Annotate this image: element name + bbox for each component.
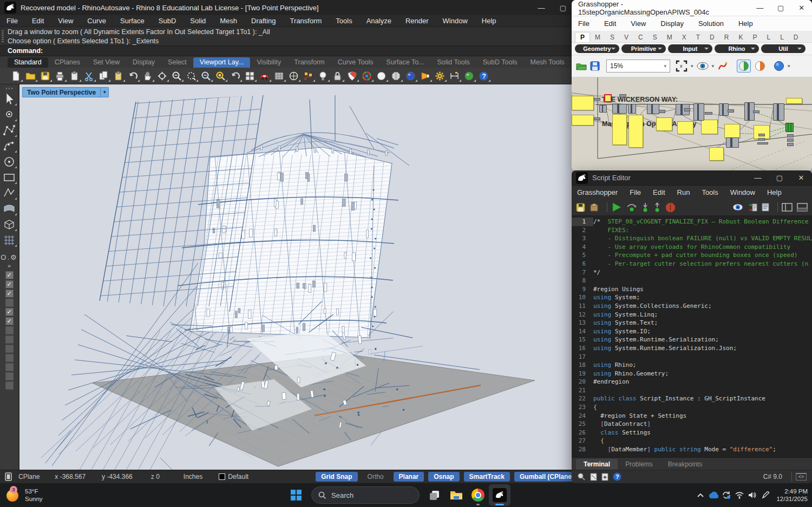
gh-menu-edit[interactable]: Edit <box>604 19 616 28</box>
status-toggle-osnap[interactable]: Osnap <box>428 472 459 482</box>
script-editor-close-button[interactable]: ✕ <box>790 172 812 185</box>
layer-checkbox-7[interactable]: ✓ <box>5 335 14 344</box>
undo-view-icon[interactable] <box>228 69 243 82</box>
se-menu-run[interactable]: Run <box>677 188 690 196</box>
chrome-icon[interactable] <box>467 484 489 506</box>
layer-filter-gear-icon[interactable]: O.⚙ <box>0 253 18 261</box>
gh-menu-file[interactable]: File <box>578 19 590 28</box>
select-arrow-icon[interactable] <box>1 91 17 107</box>
se-step-over-icon[interactable] <box>626 202 637 212</box>
se-step-in-icon[interactable] <box>641 202 649 212</box>
new-file-icon[interactable] <box>9 69 23 82</box>
gh-panel-3[interactable] <box>628 115 643 148</box>
file-explorer-icon[interactable] <box>446 484 467 506</box>
gh-zoom-extents-icon[interactable]: x <box>676 60 687 72</box>
script-editor-minimize-button[interactable]: — <box>747 172 769 185</box>
task-view-button[interactable] <box>424 484 446 506</box>
gh-panel-1[interactable] <box>572 115 594 126</box>
color-wheel-icon[interactable] <box>359 69 374 82</box>
gh-tab-13-l[interactable]: L <box>762 32 775 42</box>
layer-checkbox-6[interactable]: ✓ <box>5 326 14 334</box>
gh-component-2[interactable] <box>628 104 636 114</box>
viewport-layout-icon[interactable] <box>243 69 257 82</box>
gh-preview-dropdown-icon[interactable]: ▾ <box>788 63 790 69</box>
gh-wire-preview-icon[interactable] <box>754 61 766 71</box>
gh-tab-10-r[interactable]: R <box>719 32 734 42</box>
gh-panel-4[interactable] <box>656 117 672 131</box>
gh-panel-10[interactable] <box>786 98 802 104</box>
gh-component-9[interactable] <box>726 137 739 148</box>
se-menu-edit[interactable]: Edit <box>653 188 665 196</box>
taskbar-clock[interactable]: 2:49 PM 12/31/2025 <box>776 488 808 503</box>
se-menu-grasshopper[interactable]: Grasshopper <box>577 188 618 196</box>
toolbar-tab-curve-tools[interactable]: Curve Tools <box>331 57 380 68</box>
gh-menu-display[interactable]: Display <box>660 19 684 28</box>
gh-category-geometry[interactable]: Geometry <box>575 44 619 53</box>
se-sync-script-icon[interactable] <box>748 203 757 212</box>
shaded-sphere-icon[interactable] <box>374 69 389 82</box>
toolbar-tab-set-view[interactable]: Set View <box>87 57 126 68</box>
gh-tab-5-s[interactable]: S <box>648 32 662 42</box>
open-file-icon[interactable] <box>23 69 38 82</box>
status-panel-icon[interactable] <box>4 472 13 481</box>
gh-category-rhino[interactable]: Rhino <box>715 44 759 53</box>
grasshopper-minimize-button[interactable]: — <box>749 0 770 16</box>
options-gear-icon[interactable] <box>433 69 447 82</box>
print-icon[interactable] <box>53 69 67 82</box>
gh-category-primitive[interactable]: Primitive <box>621 44 666 53</box>
arc-curve-icon[interactable] <box>1 139 17 154</box>
gh-shaded-preview-icon[interactable] <box>737 60 751 73</box>
gh-tab-15-d[interactable]: D <box>789 32 803 42</box>
gh-tab-11-k[interactable]: K <box>734 32 748 42</box>
se-doc-icon[interactable] <box>762 203 769 212</box>
rhino-menu-drafting[interactable]: Drafting <box>251 17 276 25</box>
control-point-curve-icon[interactable] <box>1 123 17 138</box>
status-cplane[interactable]: CPlane <box>18 473 40 480</box>
gh-menu-help[interactable]: Help <box>738 19 753 28</box>
gh-component-1[interactable] <box>612 104 627 114</box>
rhino-menu-render[interactable]: Render <box>405 17 429 25</box>
toolbar-tab-solid-tools[interactable]: Solid Tools <box>431 57 476 68</box>
command-history-scrollbar[interactable] <box>2 29 4 43</box>
gh-category-input[interactable]: Input <box>668 44 712 53</box>
gh-menu-view[interactable]: View <box>631 19 646 28</box>
gh-widget-4[interactable] <box>684 108 690 111</box>
gh-widget-10[interactable] <box>757 142 768 144</box>
zoom-selected-icon[interactable] <box>213 69 228 82</box>
gh-widget-11[interactable] <box>787 134 794 137</box>
rhino-menu-file[interactable]: File <box>6 17 18 25</box>
gh-widget-9[interactable] <box>758 138 765 141</box>
gh-zoom-dropdown-icon[interactable]: ▾ <box>691 63 693 69</box>
gh-widget-13[interactable] <box>787 143 794 146</box>
toolbar-tab-display[interactable]: Display <box>126 57 161 68</box>
se-menu-file[interactable]: File <box>630 188 641 196</box>
layer-checkbox-3[interactable]: ✓ <box>5 299 14 307</box>
zoom-in-icon[interactable] <box>169 69 184 82</box>
wifi-icon[interactable] <box>733 485 746 505</box>
layer-checkbox-12[interactable]: ✓ <box>5 381 14 390</box>
se-help-icon[interactable]: ? <box>613 472 621 481</box>
status-toggle-ortho[interactable]: Ortho <box>362 472 389 482</box>
se-run-button[interactable] <box>611 202 622 213</box>
layer-checkbox-1[interactable]: ✓ <box>5 280 14 288</box>
se-tab-breakpoints[interactable]: Breakpoints <box>660 459 710 470</box>
wire-sphere-icon[interactable] <box>389 69 403 82</box>
toolbar-tab-visibility[interactable]: Visibility <box>250 57 287 68</box>
gh-tab-1-m[interactable]: M <box>590 32 605 42</box>
gh-script-component[interactable] <box>785 123 794 132</box>
toolbar-tab-transform[interactable]: Transform <box>287 57 331 68</box>
help-icon[interactable]: ? <box>476 69 491 82</box>
gh-panel-7[interactable] <box>724 124 740 138</box>
point-icon[interactable] <box>1 107 17 122</box>
toolbar-drag-handle[interactable] <box>4 86 14 90</box>
dimension-icon[interactable] <box>447 69 462 82</box>
status-toggle-grid-snap[interactable]: Grid Snap <box>316 472 357 482</box>
rhino-menu-subd[interactable]: SubD <box>159 17 176 25</box>
rhino-menu-tools[interactable]: Tools <box>336 17 352 25</box>
map-icon[interactable] <box>272 69 286 82</box>
viewport-tab-dropdown-icon[interactable]: ▼ <box>100 88 108 97</box>
gh-widget-6[interactable] <box>728 109 734 113</box>
gh-preview-eye-icon[interactable] <box>697 62 709 70</box>
language-badge[interactable]: C# 9.0 <box>763 473 782 480</box>
gh-category-util[interactable]: Util <box>761 44 806 53</box>
